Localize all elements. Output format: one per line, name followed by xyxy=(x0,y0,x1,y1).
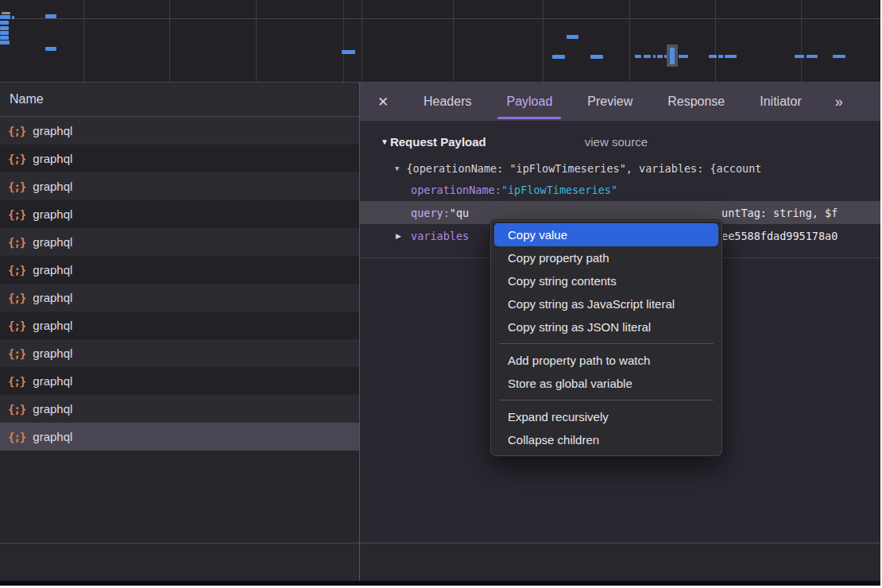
request-timing-bar[interactable] xyxy=(807,55,818,58)
request-timing-bar[interactable] xyxy=(567,35,578,39)
request-timing-bar[interactable] xyxy=(653,55,656,58)
timeline-gridline xyxy=(543,0,544,82)
payload-object-preview-row[interactable]: ▼ {operationName: "ipFlowTimeseries", va… xyxy=(360,159,880,178)
view-source-link[interactable]: view source xyxy=(585,135,648,149)
request-timing-bar[interactable] xyxy=(45,47,56,51)
menu-item-store-as-global-variable[interactable]: Store as global variable xyxy=(494,372,718,395)
network-request-row[interactable]: {;}graphql xyxy=(0,395,359,423)
tab-preview[interactable]: Preview xyxy=(574,83,646,121)
network-request-row[interactable]: {;}graphql xyxy=(0,367,359,395)
request-name-label: graphql xyxy=(33,430,72,443)
json-braces-icon: {;} xyxy=(8,153,25,165)
network-request-row[interactable]: {;}graphql xyxy=(0,228,359,256)
tab-initiator[interactable]: Initiator xyxy=(746,83,814,121)
menu-item-collapse-children[interactable]: Collapse children xyxy=(494,428,718,451)
request-name-label: graphql xyxy=(33,346,72,360)
timeline-gridline xyxy=(629,0,630,82)
panel-divider[interactable] xyxy=(359,83,360,581)
request-name-label: graphql xyxy=(33,291,72,304)
tab-label: Payload xyxy=(506,95,552,109)
network-request-row[interactable]: {;}graphql xyxy=(0,423,359,451)
request-name-label: graphql xyxy=(33,235,72,249)
request-timing-bar[interactable] xyxy=(635,55,641,58)
menu-item-expand-recursively[interactable]: Expand recursively xyxy=(494,405,718,428)
network-request-row[interactable]: {;}graphql xyxy=(0,200,359,228)
request-timing-bar[interactable] xyxy=(342,50,355,54)
close-details-icon[interactable]: ✕ xyxy=(360,83,406,121)
network-request-row[interactable]: {;}graphql xyxy=(0,172,359,200)
menu-item-copy-property-path[interactable]: Copy property path xyxy=(494,246,718,269)
request-timing-bar[interactable] xyxy=(725,55,737,58)
request-name-label: graphql xyxy=(33,124,72,137)
property-key: query xyxy=(411,207,443,219)
request-timing-bar[interactable] xyxy=(0,36,9,40)
property-value-right: untTag: string, $f xyxy=(721,201,838,224)
request-timing-bar[interactable] xyxy=(0,21,9,25)
tab-payload[interactable]: Payload xyxy=(493,83,566,121)
request-timing-bar[interactable] xyxy=(590,55,603,59)
request-timing-bar[interactable] xyxy=(0,31,9,35)
key-separator: : xyxy=(443,207,450,219)
menu-item-copy-string-as-javascript-literal[interactable]: Copy string as JavaScript literal xyxy=(494,292,718,315)
menu-item-copy-string-contents[interactable]: Copy string contents xyxy=(494,269,718,292)
request-timing-bar[interactable] xyxy=(709,55,717,58)
request-timing-bar[interactable] xyxy=(833,55,845,58)
menu-item-add-property-path-to-watch[interactable]: Add property path to watch xyxy=(494,349,718,372)
network-request-row[interactable]: {;}graphql xyxy=(0,256,359,284)
timeline-gridline xyxy=(343,0,344,82)
request-timing-bar[interactable] xyxy=(795,55,804,58)
request-timing-bar[interactable] xyxy=(0,26,9,30)
tab-label: Preview xyxy=(587,95,632,109)
tab-response[interactable]: Response xyxy=(654,83,738,121)
property-key: operationName xyxy=(411,184,495,196)
collapse-triangle-icon[interactable]: ▼ xyxy=(381,137,389,146)
request-timing-bar[interactable] xyxy=(0,41,10,44)
menu-separator xyxy=(499,343,714,344)
property-value-right: ee5588fdad995178a0 xyxy=(721,224,838,247)
json-braces-icon: {;} xyxy=(8,208,25,221)
network-request-row[interactable]: {;}graphql xyxy=(0,311,359,339)
network-request-row[interactable]: {;}graphql xyxy=(0,117,359,145)
json-braces-icon: {;} xyxy=(8,292,25,304)
request-timing-bar[interactable] xyxy=(2,12,10,14)
property-value: "ipFlowTimeseries" xyxy=(501,184,617,196)
request-name-label: graphql xyxy=(33,402,72,416)
name-column-header[interactable]: Name xyxy=(0,83,359,117)
network-overview-timeline[interactable] xyxy=(0,0,880,83)
timeline-lane-divider xyxy=(0,18,880,19)
json-braces-icon: {;} xyxy=(8,180,25,193)
request-timing-bar[interactable] xyxy=(45,14,56,18)
request-timing-bar[interactable] xyxy=(0,15,10,19)
network-request-row[interactable]: {;}graphql xyxy=(0,145,359,172)
request-timing-bar[interactable] xyxy=(670,48,675,64)
expand-triangle-icon[interactable]: ▶ xyxy=(396,232,401,240)
window-bottom-edge xyxy=(0,581,880,586)
timeline-gridline xyxy=(715,0,716,82)
network-request-row[interactable]: {;}graphql xyxy=(0,339,359,367)
json-braces-icon: {;} xyxy=(8,375,25,388)
section-title: Request Payload xyxy=(390,135,486,149)
summary-footer-bar xyxy=(0,543,880,581)
json-braces-icon: {;} xyxy=(8,347,25,360)
tab-headers[interactable]: Headers xyxy=(410,83,485,121)
collapse-triangle-icon[interactable]: ▼ xyxy=(395,164,399,172)
request-timing-bar[interactable] xyxy=(12,16,14,19)
menu-separator xyxy=(499,400,714,400)
details-tabs: HeadersPayloadPreviewResponseInitiator xyxy=(406,83,819,121)
menu-item-copy-string-as-json-literal[interactable]: Copy string as JSON literal xyxy=(494,315,718,338)
network-request-row[interactable]: {;}graphql xyxy=(0,284,359,311)
more-tabs-icon[interactable]: » xyxy=(824,83,853,121)
json-braces-icon: {;} xyxy=(8,264,25,277)
request-name-label: graphql xyxy=(33,152,72,165)
devtools-window: Name {;}graphql{;}graphql{;}graphql{;}gr… xyxy=(0,0,880,586)
request-payload-title-row: ▼ Request Payload view source xyxy=(360,131,880,152)
menu-item-copy-value[interactable]: Copy value xyxy=(494,223,718,246)
request-timing-bar[interactable] xyxy=(552,55,565,59)
payload-row-operationname[interactable]: operationName: "ipFlowTimeseries" xyxy=(360,178,880,201)
request-timing-bar[interactable] xyxy=(644,55,651,58)
request-timing-bar[interactable] xyxy=(657,55,663,58)
request-timing-bar[interactable] xyxy=(718,55,723,58)
timeline-gridline xyxy=(83,0,84,82)
request-timing-bar[interactable] xyxy=(679,55,688,58)
tab-label: Headers xyxy=(424,95,471,109)
